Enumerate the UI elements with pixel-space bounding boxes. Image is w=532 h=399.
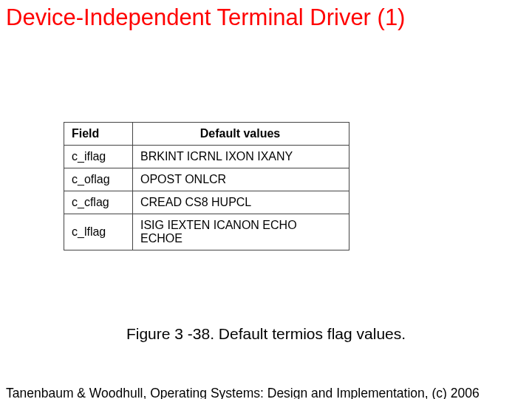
table-row: c_cflag CREAD CS8 HUPCL: [64, 191, 349, 214]
cell-values: BRKINT ICRNL IXON IXANY: [133, 146, 349, 168]
table-row: c_lflag ISIG IEXTEN ICANON ECHO ECHOE: [64, 214, 349, 250]
cell-values: ISIG IEXTEN ICANON ECHO ECHOE: [133, 214, 349, 250]
termios-table: Field Default values c_iflag BRKINT ICRN…: [64, 122, 349, 250]
cell-values: OPOST ONLCR: [133, 168, 349, 191]
cell-values: CREAD CS8 HUPCL: [133, 191, 349, 214]
cell-field: c_oflag: [64, 168, 133, 191]
flag-table: Field Default values c_iflag BRKINT ICRN…: [64, 122, 349, 250]
page-title: Device-Independent Terminal Driver (1): [0, 0, 532, 31]
footer-citation: Tanenbaum & Woodhull, Operating Systems:…: [6, 386, 532, 399]
cell-field: c_iflag: [64, 146, 133, 168]
cell-field: c_cflag: [64, 191, 133, 214]
header-field: Field: [64, 123, 133, 146]
cell-field: c_lflag: [64, 214, 133, 250]
figure-caption: Figure 3 -38. Default termios flag value…: [0, 325, 532, 343]
table-header-row: Field Default values: [64, 123, 349, 146]
header-values: Default values: [133, 123, 349, 146]
table-row: c_oflag OPOST ONLCR: [64, 168, 349, 191]
table-row: c_iflag BRKINT ICRNL IXON IXANY: [64, 146, 349, 168]
